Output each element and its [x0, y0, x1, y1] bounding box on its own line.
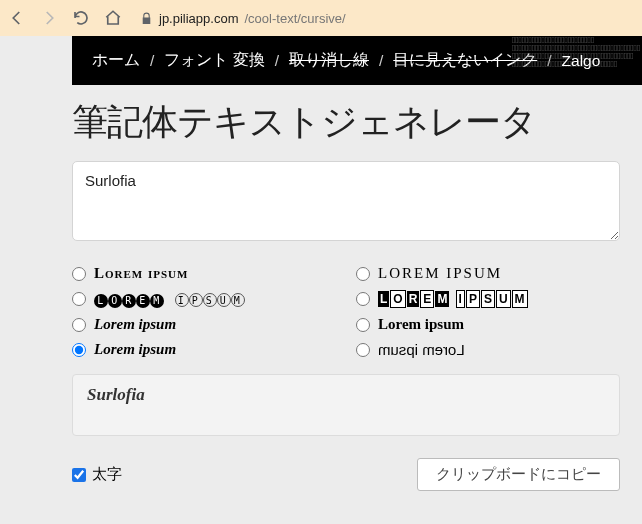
style-option-3[interactable]: LOREM IPSUM: [72, 290, 336, 308]
style-option-1[interactable]: Lorem ipsum: [72, 265, 336, 282]
back-icon[interactable]: [8, 9, 26, 27]
forward-icon[interactable]: [40, 9, 58, 27]
style-option-6[interactable]: Lorem ipsum: [356, 316, 620, 333]
copy-button[interactable]: クリップボードにコピー: [417, 458, 620, 491]
radio-style-5[interactable]: [72, 318, 86, 332]
radio-style-4[interactable]: [356, 292, 370, 306]
style-options: Lorem ipsum LOREM IPSUM LOREM IPSUM LORE…: [72, 265, 620, 358]
style-option-4[interactable]: LOREM IPSUM: [356, 290, 620, 308]
breadcrumb-home[interactable]: ホーム: [92, 50, 140, 71]
radio-style-6[interactable]: [356, 318, 370, 332]
radio-style-1[interactable]: [72, 267, 86, 281]
url-host: jp.piliapp.com: [159, 11, 239, 26]
bold-checkbox-label[interactable]: 太字: [72, 465, 122, 484]
breadcrumb-fontconv[interactable]: フォント 変換: [164, 50, 264, 71]
reload-icon[interactable]: [72, 9, 90, 27]
input-textarea[interactable]: [72, 161, 620, 241]
style-option-7[interactable]: Lorem ipsum: [72, 341, 336, 358]
radio-style-2[interactable]: [356, 267, 370, 281]
page-title: 筆記体テキストジェネレータ: [72, 99, 620, 147]
radio-style-3[interactable]: [72, 292, 86, 306]
breadcrumb-zalgo[interactable]: Zalgo: [562, 52, 601, 70]
style-option-5[interactable]: Lorem ipsum: [72, 316, 336, 333]
home-icon[interactable]: [104, 9, 122, 27]
output-area[interactable]: Surlofia: [72, 374, 620, 436]
browser-toolbar: jp.piliapp.com/cool-text/cursive/: [0, 0, 642, 36]
bold-checkbox[interactable]: [72, 468, 86, 482]
url-path: /cool-text/cursive/: [245, 11, 346, 26]
radio-style-8[interactable]: [356, 343, 370, 357]
url-bar[interactable]: jp.piliapp.com/cool-text/cursive/: [140, 11, 346, 26]
style-option-2[interactable]: LOREM IPSUM: [356, 265, 620, 282]
breadcrumb-strikethrough[interactable]: 取り消し線: [289, 50, 369, 71]
lock-icon: [140, 12, 153, 25]
style-option-8[interactable]: Lorem ipsum: [356, 341, 620, 358]
radio-style-7[interactable]: [72, 343, 86, 357]
breadcrumb: ͑̊͛̐́̓̒͐̂̇̓̍̏̈͆͗͛̑̋́͊̚̚͠͝ ̈́̊̓͋̋̉̊͂̽̂̇͆͆…: [72, 36, 642, 85]
